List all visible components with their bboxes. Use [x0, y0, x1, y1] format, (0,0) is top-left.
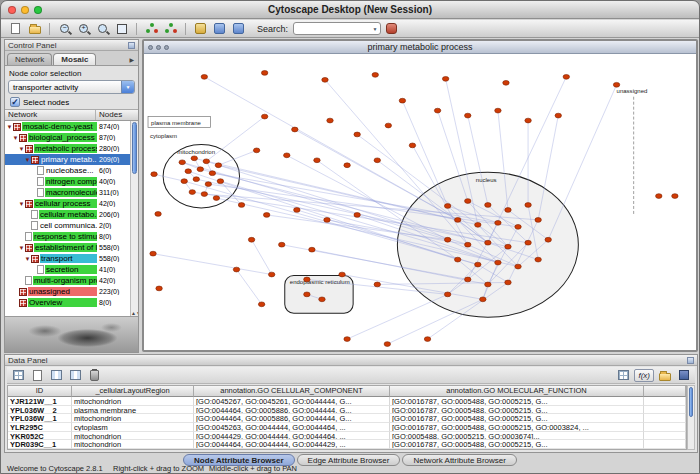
network-node[interactable]	[261, 114, 267, 119]
network-node[interactable]	[189, 190, 195, 195]
network-edge[interactable]	[204, 77, 457, 220]
network-edge[interactable]	[206, 117, 264, 162]
table-cell[interactable]: [GO:0044464, GO:0005886, GO:0044444, G..…	[194, 414, 390, 423]
tab-mosaic[interactable]: Mosaic	[53, 53, 96, 65]
search-dropdown-icon[interactable]: ▼	[370, 26, 380, 32]
network-overview-button[interactable]	[162, 21, 179, 36]
tree-item-label[interactable]: cellular process	[34, 199, 97, 208]
tree-row[interactable]: ▼biological_process87(0)	[5, 132, 130, 143]
network-node[interactable]	[465, 277, 471, 282]
network-node[interactable]	[201, 192, 207, 197]
network-node[interactable]	[475, 262, 481, 267]
table-cell[interactable]: YLR295C	[8, 423, 72, 432]
network-edge[interactable]	[402, 101, 447, 206]
expander-icon[interactable]: ▼	[18, 245, 25, 251]
network-node[interactable]	[495, 260, 501, 265]
network-node[interactable]	[248, 237, 254, 242]
expander-icon[interactable]: ▼	[6, 124, 13, 130]
expander-icon[interactable]: ▼	[18, 201, 25, 207]
tree-item-label[interactable]: mosaic-demo-yeast	[22, 122, 97, 131]
tree-row[interactable]: unassigned223(0)	[5, 286, 130, 297]
expander-icon[interactable]: ▼	[12, 135, 19, 141]
vizmapper-button[interactable]	[211, 21, 228, 36]
tree-item-label[interactable]: transport	[40, 254, 97, 263]
network-node[interactable]	[613, 82, 619, 87]
frame-close-icon[interactable]	[148, 45, 153, 50]
network-node[interactable]	[672, 194, 678, 199]
tree-item-label[interactable]: biological_process	[28, 133, 97, 142]
network-node[interactable]	[217, 179, 223, 184]
table-cell[interactable]: [GO:0044464, GO:0005886, GO:0044444, G..…	[194, 406, 390, 415]
network-edge[interactable]	[347, 294, 448, 339]
export-attributes-button[interactable]	[675, 368, 692, 383]
table-cell[interactable]	[644, 440, 686, 449]
network-node[interactable]	[304, 292, 310, 297]
column-header[interactable]: annotation.GO MOLECULAR_FUNCTION	[390, 386, 644, 397]
network-node[interactable]	[309, 247, 315, 252]
tree-item-label[interactable]: metabolic process	[34, 144, 97, 153]
network-node[interactable]	[409, 143, 415, 148]
network-node[interactable]	[284, 153, 290, 158]
network-node[interactable]	[319, 297, 325, 302]
table-cell[interactable]: [GO:0016787, GO:0005488, GO:0005215, G..…	[390, 406, 644, 415]
tree-row[interactable]: ▼metabolic process280(0)	[5, 143, 130, 154]
network-node[interactable]	[197, 167, 203, 172]
network-node[interactable]	[475, 222, 481, 227]
table-cell[interactable]: [GO:0045263, GO:0044444, GO:0044464, ...	[194, 423, 390, 432]
network-node[interactable]	[424, 337, 430, 342]
scrollbar-arrows-icon[interactable]: ▲▼	[131, 310, 138, 316]
float-panel-icon[interactable]	[128, 42, 135, 49]
tree-row[interactable]: macromolecule...311(0)	[5, 187, 130, 198]
tree-item-label[interactable]: establishment of l...	[34, 243, 97, 252]
tab-overflow-icon[interactable]: ▶	[129, 56, 136, 65]
network-node[interactable]	[525, 240, 531, 245]
network-node[interactable]	[344, 337, 350, 342]
table-cell[interactable]: [GO:0044464, GO:0044444, GO:0044429, ...	[194, 440, 390, 449]
network-node[interactable]	[238, 203, 244, 208]
network-node[interactable]	[374, 282, 380, 287]
tree-item-label[interactable]: cellular metabo...	[39, 210, 97, 219]
table-cell[interactable]	[644, 432, 686, 441]
network-edge[interactable]	[154, 174, 184, 181]
tree-column-network[interactable]: Network	[5, 110, 96, 120]
network-node[interactable]	[454, 257, 460, 262]
column-header[interactable]	[644, 386, 686, 397]
network-node[interactable]	[505, 244, 511, 249]
tree-item-label[interactable]: nitrogen compo...	[45, 177, 97, 186]
network-node[interactable]	[185, 169, 191, 174]
select-all-attributes-button[interactable]	[67, 368, 84, 383]
network-node[interactable]	[203, 159, 209, 164]
network-node[interactable]	[372, 72, 378, 77]
network-node[interactable]	[485, 203, 491, 208]
network-node[interactable]	[385, 123, 391, 128]
column-header[interactable]: _cellularLayoutRegion	[72, 386, 194, 397]
network-node[interactable]	[179, 160, 185, 165]
network-node[interactable]	[215, 163, 221, 168]
tree-row[interactable]: cell communica...2(0)	[5, 220, 130, 231]
tree-row[interactable]: ▼establishment of l...558(0)	[5, 242, 130, 253]
tree-item-label[interactable]: unassigned	[28, 287, 97, 296]
annotations-button[interactable]	[192, 21, 209, 36]
open-session-button[interactable]	[26, 21, 43, 36]
table-cell[interactable]: YPL036W__2	[8, 406, 72, 415]
network-node[interactable]	[515, 264, 521, 269]
new-session-button[interactable]	[7, 21, 24, 36]
network-edge[interactable]	[325, 80, 468, 245]
table-cell[interactable]: [GO:0016787, GO:0005488, GO:0005215, G..…	[390, 440, 644, 449]
help-button[interactable]	[383, 21, 400, 36]
network-node[interactable]	[434, 108, 440, 113]
node-color-select[interactable]: transporter activity ▼	[8, 80, 135, 94]
column-header[interactable]: annotation.GO CELLULAR_COMPONENT	[194, 386, 390, 397]
network-view-titlebar[interactable]: primary metabolic process	[144, 41, 696, 54]
tree-scrollbar-thumb[interactable]	[132, 122, 137, 174]
tree-row[interactable]: nitrogen compo...40(0)	[5, 176, 130, 187]
network-node[interactable]	[209, 171, 215, 176]
tree-item-label[interactable]: primary metab...	[40, 155, 97, 164]
birdseye-overview[interactable]	[5, 316, 138, 352]
table-cell[interactable]: YKR052C	[8, 432, 72, 441]
network-node[interactable]	[545, 237, 551, 242]
float-panel-icon[interactable]	[687, 357, 694, 364]
tree-row[interactable]: ▼transport558(0)	[5, 253, 130, 264]
select-attributes-button[interactable]	[10, 368, 27, 383]
zoom-in-button[interactable]: +	[75, 21, 92, 36]
